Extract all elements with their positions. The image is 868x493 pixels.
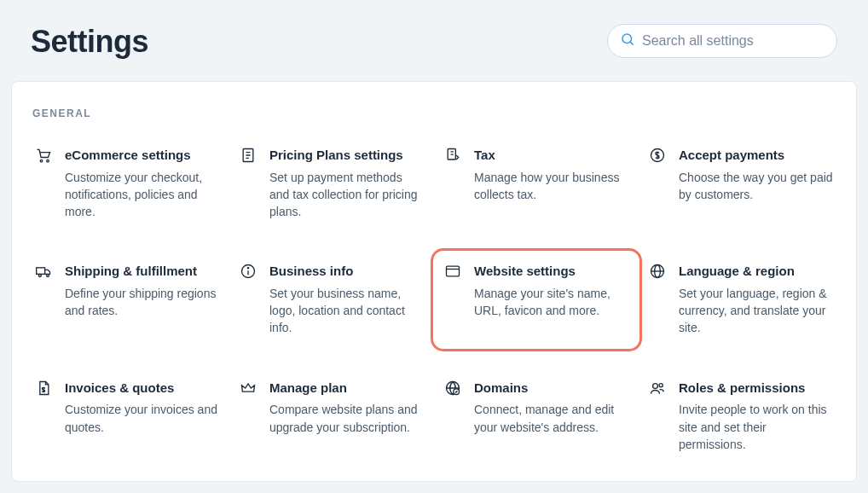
card-description: Connect, manage and edit your website's … [474,401,629,436]
card-description: Choose the way you get paid by customers… [679,169,834,204]
card-text: TaxManage how your business collects tax… [474,147,629,203]
doc-icon [239,147,258,165]
crown-icon [239,380,258,398]
domain-icon [443,380,462,398]
card-description: Manage how your business collects tax. [474,169,629,204]
search-icon [620,32,635,50]
card-title: Invoices & quotes [65,380,220,397]
card-title: Manage plan [269,380,425,397]
cart-icon [34,147,53,165]
card-text: Accept paymentsChoose the way you get pa… [679,147,834,203]
svg-point-11 [38,275,41,277]
settings-card-payments[interactable]: Accept paymentsChoose the way you get pa… [646,143,836,223]
people-icon [648,380,667,398]
card-description: Customize your invoices and quotes. [65,401,220,436]
card-title: Accept payments [679,147,834,164]
settings-card-pricing-plans[interactable]: Pricing Plans settingsSet up payment met… [237,143,426,223]
card-text: Shipping & fulfillmentDefine your shippi… [65,263,220,319]
svg-point-12 [47,275,49,277]
settings-card-domains[interactable]: DomainsConnect, manage and edit your web… [442,376,631,456]
svg-point-15 [247,268,248,269]
card-title: eCommerce settings [65,147,220,164]
card-description: Define your shipping regions and rates. [65,285,220,320]
search-field[interactable] [607,24,837,58]
card-title: Shipping & fulfillment [65,263,220,280]
card-text: DomainsConnect, manage and edit your web… [474,380,629,436]
card-title: Domains [474,380,629,397]
section-label-general: GENERAL [32,107,836,119]
svg-rect-10 [37,268,45,275]
invoice-icon [34,380,53,398]
settings-card-business[interactable]: Business infoSet your business name, log… [237,259,426,339]
settings-card-invoices[interactable]: Invoices & quotesCustomize your invoices… [32,376,222,456]
svg-point-24 [659,383,663,386]
card-text: Language & regionSet your language, regi… [679,263,834,336]
svg-rect-16 [447,267,460,277]
svg-point-0 [622,34,632,44]
info-icon [239,263,258,281]
svg-point-23 [653,383,658,388]
settings-card-ecommerce[interactable]: eCommerce settingsCustomize your checkou… [32,143,222,223]
settings-card-language[interactable]: Language & regionSet your language, regi… [646,259,836,339]
card-description: Customize your checkout, notifications, … [65,169,220,221]
settings-card-roles[interactable]: Roles & permissionsInvite people to work… [646,376,836,456]
tax-icon [443,147,462,165]
globe-icon [648,263,667,281]
card-text: Manage planCompare website plans and upg… [269,380,425,436]
card-text: Pricing Plans settingsSet up payment met… [269,147,425,220]
card-description: Set up payment methods and tax collectio… [269,169,425,221]
card-text: Roles & permissionsInvite people to work… [679,380,834,453]
settings-grid: eCommerce settingsCustomize your checkou… [32,143,836,456]
card-description: Set your business name, logo, location a… [269,285,425,337]
settings-card-shipping[interactable]: Shipping & fulfillmentDefine your shippi… [32,259,222,339]
card-description: Set your language, region & currency, an… [679,285,834,337]
card-text: Business infoSet your business name, log… [269,263,425,336]
svg-point-2 [40,160,43,162]
svg-line-1 [630,42,633,44]
settings-card-website[interactable]: Website settingsManage your site's name,… [442,259,631,339]
card-description: Invite people to work on this site and s… [679,401,834,453]
card-text: Website settingsManage your site's name,… [474,263,629,319]
card-description: Manage your site's name, URL, favicon an… [474,285,629,320]
search-input[interactable] [642,33,825,49]
settings-panel: GENERAL eCommerce settingsCustomize your… [11,81,857,482]
card-title: Website settings [474,263,629,280]
card-description: Compare website plans and upgrade your s… [269,401,425,436]
page-title: Settings [31,24,148,60]
card-title: Tax [474,147,629,164]
settings-card-plan[interactable]: Manage planCompare website plans and upg… [237,376,426,456]
svg-point-3 [47,160,49,162]
card-title: Language & region [679,263,834,280]
dollar-icon [648,147,667,165]
settings-card-tax[interactable]: TaxManage how your business collects tax… [442,143,631,223]
page-header: Settings [0,0,868,73]
browser-icon [443,263,462,281]
card-text: Invoices & quotesCustomize your invoices… [65,380,220,436]
card-text: eCommerce settingsCustomize your checkou… [65,147,220,220]
card-title: Pricing Plans settings [269,147,425,164]
card-title: Business info [269,263,425,280]
settings-page: Settings GENERAL eCommerce settingsCusto… [0,0,868,493]
truck-icon [34,263,53,281]
card-title: Roles & permissions [679,380,834,397]
